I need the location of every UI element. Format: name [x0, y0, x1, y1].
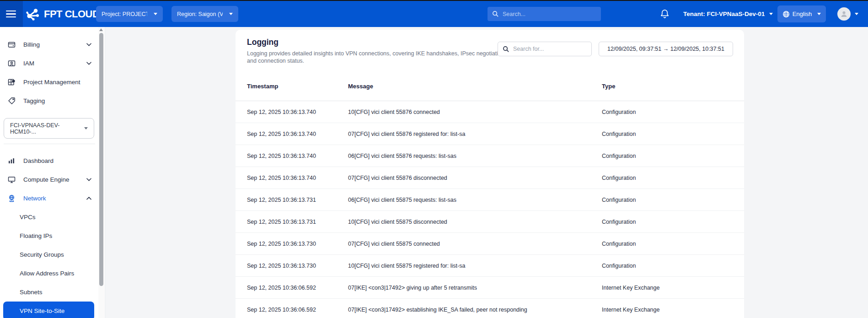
cell-message: 07[CFG] vici client 55875 connected	[348, 241, 602, 247]
content-area: Logging Logging provides detailed insigh…	[105, 27, 868, 318]
table-row: Sep 12, 2025 10:36:06.592 07[IKE] <con3|…	[236, 277, 744, 299]
sidebar-item-compute-engine[interactable]: Compute Engine	[0, 170, 99, 189]
network-icon	[8, 194, 16, 202]
cell-type: Configuration	[602, 153, 744, 159]
table-header-row: Timestamp Message Type	[236, 72, 744, 101]
cell-timestamp: Sep 12, 2025 10:36:13.740	[247, 131, 348, 137]
sidebar-item-project-management[interactable]: Project Management	[0, 73, 99, 92]
sidebar-scrollbar[interactable]	[98, 27, 104, 318]
cell-type: Configuration	[602, 109, 744, 115]
log-search-input[interactable]	[513, 46, 587, 52]
fpt-cloud-logo[interactable]: FPT CLOUD	[26, 1, 99, 27]
region-dropdown[interactable]: Region: Saigon (Vietn...	[171, 6, 238, 22]
sidebar-item-iam[interactable]: IAM	[0, 54, 99, 73]
sidebar-item-tagging[interactable]: Tagging	[0, 92, 99, 110]
cell-message: 07[IKE] <con3|17492> giving up after 5 r…	[348, 285, 602, 291]
compute-engine-icon	[8, 176, 16, 183]
divider	[4, 144, 95, 144]
global-search-input[interactable]	[503, 11, 596, 17]
project-dropdown[interactable]: Project: PROJECT_FCI-...	[96, 6, 163, 22]
sidebar: Billing IAM	[0, 27, 105, 318]
cell-type: Configuration	[602, 263, 744, 269]
avatar	[837, 7, 851, 21]
global-search	[488, 7, 601, 21]
sidebar-item-network[interactable]: Network	[0, 189, 99, 208]
cell-message: 07[CFG] vici client 55876 registered for…	[348, 131, 602, 137]
cell-timestamp: Sep 12, 2025 10:36:13.740	[247, 153, 348, 159]
sidebar-subitem-label: Allow Address Pairs	[20, 270, 74, 277]
tenant-dropdown[interactable]: Tenant: FCI-VPNaaS-Dev-01	[683, 1, 773, 27]
caret-down-icon	[229, 13, 233, 15]
cell-message: 07[CFG] vici client 55876 disconnected	[348, 175, 602, 181]
table-body: Sep 12, 2025 10:36:13.740 10[CFG] vici c…	[236, 101, 744, 318]
cell-type: Internet Key Exchange	[602, 307, 744, 313]
date-range-picker[interactable]: 12/09/2025, 09:37:51 → 12/09/2025, 10:37…	[599, 42, 733, 56]
sidebar-item-label: IAM	[23, 60, 34, 67]
sidebar-item-vpcs[interactable]: VPCs	[0, 208, 99, 226]
chevron-down-icon	[86, 62, 91, 65]
log-table: Timestamp Message Type Sep 12, 2025 10:3…	[236, 72, 744, 318]
sidebar-item-floating-ips[interactable]: Floating IPs	[0, 226, 99, 245]
page-description: Logging provides detailed insights into …	[247, 50, 510, 65]
sidebar-subitem-label: Floating IPs	[20, 232, 52, 239]
logo-text: FPT CLOUD	[44, 8, 99, 20]
hamburger-menu-icon[interactable]	[6, 1, 18, 27]
top-navbar: FPT CLOUD Project: PROJECT_FCI-... Regio…	[0, 1, 868, 27]
table-row: Sep 12, 2025 10:36:13.740 06[CFG] vici c…	[236, 145, 744, 167]
caret-down-icon	[154, 13, 157, 15]
notifications-bell-icon[interactable]	[660, 9, 670, 19]
table-row: Sep 12, 2025 10:36:13.731 10[CFG] vici c…	[236, 211, 744, 233]
tagging-icon	[8, 97, 16, 105]
sidebar-subitem-label: Subnets	[20, 289, 43, 296]
cell-message: 10[CFG] vici client 55876 connected	[348, 109, 602, 115]
column-header-type: Type	[602, 83, 744, 90]
log-search	[498, 42, 592, 56]
sidebar-item-subnets[interactable]: Subnets	[0, 283, 99, 302]
language-dropdown[interactable]: English	[777, 5, 826, 22]
date-range-value: 12/09/2025, 09:37:51 → 12/09/2025, 10:37…	[607, 46, 724, 52]
sidebar-item-security-groups[interactable]: Security Groups	[0, 245, 99, 264]
cell-timestamp: Sep 12, 2025 10:36:13.740	[247, 175, 348, 181]
cell-timestamp: Sep 12, 2025 10:36:13.731	[247, 219, 348, 225]
caret-down-icon	[769, 13, 773, 15]
cell-type: Configuration	[602, 197, 744, 203]
language-label: English	[793, 11, 812, 17]
table-row: Sep 12, 2025 10:36:13.740 10[CFG] vici c…	[236, 101, 744, 123]
cell-timestamp: Sep 12, 2025 10:36:06.592	[247, 307, 348, 313]
caret-down-icon	[817, 13, 821, 15]
sidebar-item-label: Tagging	[23, 97, 45, 104]
cell-timestamp: Sep 12, 2025 10:36:13.730	[247, 263, 348, 269]
scrollbar-thumb[interactable]	[99, 33, 103, 286]
cell-message: 07[IKE] <con3|17492> establishing IKE_SA…	[348, 307, 602, 313]
cell-timestamp: Sep 12, 2025 10:36:13.740	[247, 109, 348, 115]
project-management-icon	[8, 78, 16, 86]
cell-message: 10[CFG] vici client 55875 disconnected	[348, 219, 602, 225]
cell-message: 06[CFG] vici client 55875 requests: list…	[348, 197, 602, 203]
vpc-select-dropdown[interactable]: FCI-VPNAAS-DEV-HCM10-...	[4, 118, 94, 139]
sidebar-subitem-label: Security Groups	[20, 251, 64, 258]
table-row: Sep 12, 2025 10:36:13.730 07[CFG] vici c…	[236, 233, 744, 255]
sidebar-item-vpn-site-to-site[interactable]: VPN Site-to-Site	[3, 302, 94, 318]
table-row: Sep 12, 2025 10:36:13.731 06[CFG] vici c…	[236, 189, 744, 211]
caret-down-icon	[855, 13, 858, 15]
search-icon	[492, 11, 499, 17]
globe-icon	[782, 11, 790, 18]
sidebar-item-dashboard[interactable]: Dashboard	[0, 151, 99, 170]
sidebar-item-allow-address-pairs[interactable]: Allow Address Pairs	[0, 264, 99, 283]
sidebar-subitem-label: VPN Site-to-Site	[20, 307, 64, 314]
cell-type: Configuration	[602, 131, 744, 137]
sidebar-item-label: Project Management	[23, 79, 80, 86]
window-top-edge	[0, 0, 868, 1]
cell-timestamp: Sep 12, 2025 10:36:13.730	[247, 241, 348, 247]
sidebar-item-billing[interactable]: Billing	[0, 35, 99, 54]
scrollbar-up-arrow[interactable]	[99, 28, 103, 31]
tenant-dropdown-label: Tenant: FCI-VPNaaS-Dev-01	[683, 11, 765, 17]
cell-message: 06[CFG] vici client 55876 requests: list…	[348, 153, 602, 159]
user-menu[interactable]	[837, 1, 858, 27]
vpc-select-value: FCI-VPNAAS-DEV-HCM10-...	[10, 122, 84, 135]
logging-panel: Logging Logging provides detailed insigh…	[236, 30, 744, 318]
cell-type: Configuration	[602, 219, 744, 225]
sidebar-item-label: Network	[23, 195, 46, 202]
caret-down-icon	[84, 127, 88, 129]
column-header-message: Message	[348, 83, 602, 90]
